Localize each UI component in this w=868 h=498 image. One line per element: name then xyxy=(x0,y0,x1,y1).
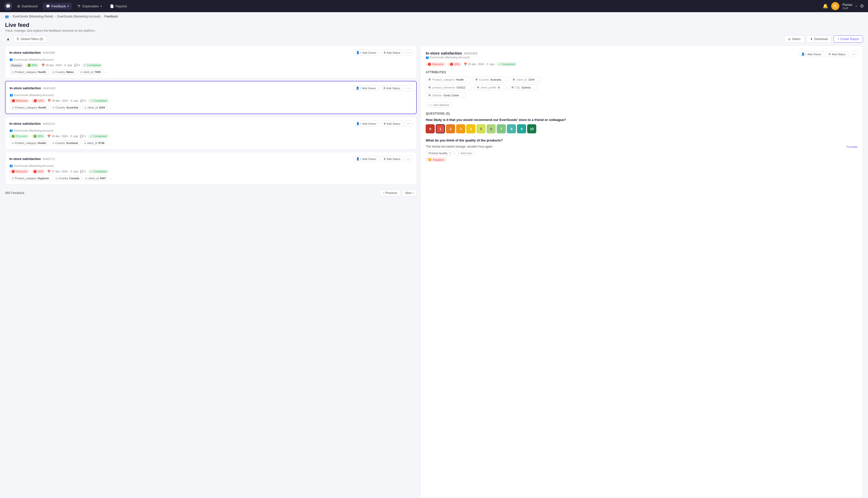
nps-5-button[interactable]: 5 xyxy=(476,124,486,133)
translate-button[interactable]: Translate xyxy=(846,145,858,148)
card-2-title: In-store satisfaction xyxy=(10,86,41,90)
card-4-id: #6402772 xyxy=(43,157,55,160)
nps-9-button[interactable]: 9 xyxy=(517,124,526,133)
card-2-meta: 🔴 Detractor 🔴 10% 📅 29 déc. 2024 ⏱ N/A 💬… xyxy=(10,99,412,103)
nav-reports[interactable]: 📄 Reports xyxy=(107,3,130,10)
card-4-attr-more[interactable]: ... xyxy=(110,177,112,180)
add-attribute-button[interactable]: + + Add attribute xyxy=(426,102,452,108)
nav-feedback[interactable]: 💬 Feedback ▾ xyxy=(43,3,72,10)
attr-icon: ⊞ xyxy=(477,86,479,89)
nps-8-button[interactable]: 8 xyxy=(507,124,516,133)
card-1-add-owner-button[interactable]: 👤+ Add Owner xyxy=(353,50,379,55)
collapse-button[interactable]: ▲ xyxy=(5,36,11,42)
select-button[interactable]: ◎ Select xyxy=(784,36,804,43)
card-3-menu-button[interactable]: ⋯ xyxy=(405,120,412,127)
card-3-add-owner-button[interactable]: 👤+ Add Owner xyxy=(353,121,379,127)
next-button[interactable]: Next › xyxy=(402,190,417,196)
nps-0-button[interactable]: 0 xyxy=(426,124,435,133)
nps-6-button[interactable]: 6 xyxy=(486,124,496,133)
card-2-menu-button[interactable]: ⋯ xyxy=(404,85,412,91)
attr-icon: ⊞ xyxy=(80,71,82,74)
detail-add-status-button[interactable]: ⊕ Add Status xyxy=(826,51,848,57)
card-3-attr-more[interactable]: ... xyxy=(108,142,111,145)
create-report-button[interactable]: + Create Report xyxy=(833,36,863,43)
detail-attr-city: ⊞ City Sydney ... xyxy=(509,84,538,90)
pagination-buttons: ‹ Previous Next › xyxy=(380,190,417,196)
feedback-card-4[interactable]: In-store satisfaction #6402772 👤+ Add Ow… xyxy=(5,152,417,185)
card-2-add-owner-button[interactable]: 👤+ Add Owner xyxy=(353,85,379,91)
attr-dots[interactable]: ... xyxy=(503,78,505,81)
nav-feedback-label: Feedback xyxy=(52,4,66,8)
nps-scale: 0 1 2 3 4 5 6 7 8 9 10 xyxy=(426,124,858,133)
user-role: Staff xyxy=(842,6,853,10)
card-3-attr-2: ⊞ Country Scotland xyxy=(50,141,80,146)
nps-3-button[interactable]: 3 xyxy=(456,124,465,133)
filter-icon: ☰ xyxy=(16,37,19,41)
card-2-header: In-store satisfaction #6401929 👤+ Add Ow… xyxy=(10,85,412,91)
download-button[interactable]: ⬇ Download xyxy=(806,36,831,43)
breadcrumb-current: Feedback xyxy=(105,15,118,18)
card-4-add-status-button[interactable]: ⊕ Add Status xyxy=(381,156,403,162)
nps-1-button[interactable]: 1 xyxy=(436,124,445,133)
question-2-answer: The herbal tea tasted strange, wouldn't … xyxy=(426,145,858,148)
card-4-title: In-store satisfaction xyxy=(9,157,41,161)
card-4-menu-button[interactable]: ⋯ xyxy=(405,156,412,162)
feedback-count: 980 Feedback xyxy=(5,191,24,195)
attr-dots[interactable]: ... xyxy=(532,86,535,89)
card-3-add-status-button[interactable]: ⊕ Add Status xyxy=(381,121,403,127)
download-label: Download xyxy=(814,37,828,41)
attr-icon: ⊞ xyxy=(84,142,86,145)
attr-icon: ⊞ xyxy=(429,94,431,97)
attr-icon: ⊞ xyxy=(12,177,14,180)
nps-10-button[interactable]: 10 xyxy=(527,124,536,133)
nps-2-button[interactable]: 2 xyxy=(446,124,455,133)
nav-reports-label: Reports xyxy=(115,4,127,8)
card-2-add-status-button[interactable]: ⊕ Add Status xyxy=(381,85,403,91)
nps-4-button[interactable]: 4 xyxy=(466,124,475,133)
add-topic-button[interactable]: + Add topic xyxy=(455,150,475,156)
download-icon: ⬇ xyxy=(810,37,813,41)
breadcrumb-item-2[interactable]: EverGoods (Marketing Account) xyxy=(58,15,101,18)
attr-dots[interactable]: ... xyxy=(460,94,463,97)
add-owner-icon: 👤+ xyxy=(356,51,361,54)
question-2: What do you think of the quality of the … xyxy=(426,139,858,162)
detail-title: In-store satisfaction xyxy=(426,51,462,55)
attr-dots[interactable]: ... xyxy=(501,86,503,89)
attr-dots[interactable]: ... xyxy=(467,86,469,89)
sentiment-icon: 😞 xyxy=(428,158,432,161)
settings-icon[interactable]: ⚙ xyxy=(860,3,864,9)
card-2-attr-more[interactable]: ... xyxy=(108,106,111,109)
topic-remove-button[interactable]: ✕ xyxy=(449,152,451,155)
detail-add-owner-button[interactable]: 👤+ Add Owner xyxy=(799,51,824,57)
user-info[interactable]: Florian Staff xyxy=(842,3,853,10)
notification-bell-icon[interactable]: 🔔 xyxy=(822,3,828,9)
previous-button[interactable]: ‹ Previous xyxy=(380,190,400,196)
attr-icon: ⊞ xyxy=(511,86,514,89)
page-header: Live feed Track, manage, and explore the… xyxy=(0,21,868,36)
nps-7-button[interactable]: 7 xyxy=(497,124,506,133)
org-icon: 👥 xyxy=(9,129,13,132)
card-1-attr-more[interactable]: ... xyxy=(105,70,107,74)
detail-menu-button[interactable]: ⋯ xyxy=(850,51,858,57)
select-label: Select xyxy=(792,37,801,41)
global-filters-button[interactable]: ☰ Global Filters (0) xyxy=(13,36,47,43)
card-1-menu-button[interactable]: ⋯ xyxy=(405,50,412,56)
card-2-title-group: In-store satisfaction #6401929 xyxy=(10,86,55,90)
feedback-card-1[interactable]: In-store satisfaction #6402096 👤+ Add Ow… xyxy=(5,45,417,78)
nav-dashboard[interactable]: ⊞ Dashboard xyxy=(14,3,41,10)
feedback-list-panel: In-store satisfaction #6402096 👤+ Add Ow… xyxy=(5,45,417,498)
nav-exploration[interactable]: 🔭 Exploration ▾ xyxy=(74,3,105,10)
card-4-add-owner-button[interactable]: 👤+ Add Owner xyxy=(353,156,379,162)
breadcrumb-item-1[interactable]: EverGoods (Marketing-Retail) xyxy=(13,15,53,18)
select-icon: ◎ xyxy=(788,37,791,41)
feedback-card-3[interactable]: In-store satisfaction #6402216 👤+ Add Ow… xyxy=(5,117,417,149)
attr-icon: ⊞ xyxy=(55,177,58,180)
card-1-add-status-button[interactable]: ⊕ Add Status xyxy=(381,50,403,55)
attr-dots[interactable]: ... xyxy=(536,78,538,81)
org-icon: 👥 xyxy=(10,93,13,96)
attr-dots[interactable]: ... xyxy=(465,78,468,81)
plus-icon: + xyxy=(429,103,430,106)
toolbar-right: ◎ Select ⬇ Download + Create Report xyxy=(784,36,863,43)
feedback-card-2[interactable]: In-store satisfaction #6401929 👤+ Add Ow… xyxy=(5,81,417,114)
chevron-down-icon: ▾ xyxy=(101,5,102,8)
